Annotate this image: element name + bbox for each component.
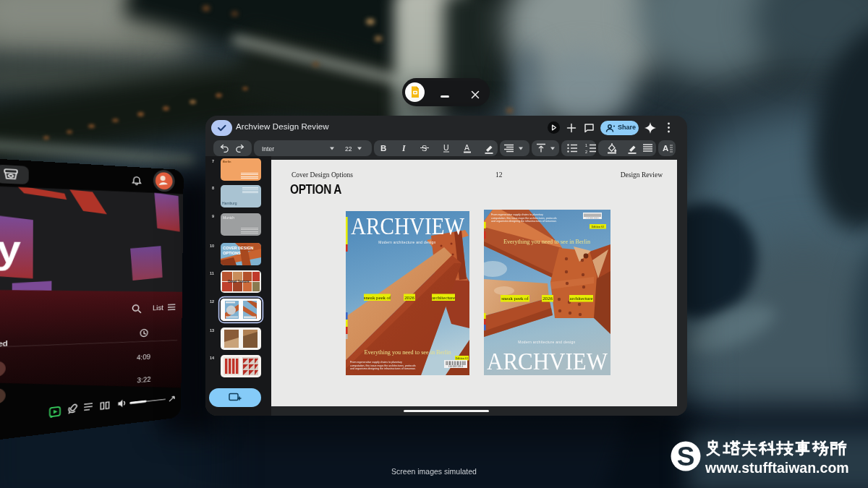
svg-text:ed: ed — [0, 339, 8, 348]
svg-text:A: A — [663, 144, 668, 153]
svg-text:COVER DESIGN: COVER DESIGN — [223, 246, 253, 250]
svg-text:and organisms designing the in: and organisms designing the infrastructu… — [491, 220, 557, 223]
svg-text:2: 2 — [585, 150, 587, 154]
svg-text:3:22: 3:22 — [137, 375, 150, 385]
svg-text:I: I — [401, 144, 406, 153]
svg-text:Everything you need to see in: Everything you need to see in Berlin — [364, 349, 451, 356]
svg-text:S: S — [677, 442, 695, 471]
svg-text:From regenerative supply chain: From regenerative supply chains to plane… — [491, 213, 543, 216]
svg-text:architecture: architecture — [432, 295, 455, 300]
svg-text:From regenerative supply chain: From regenerative supply chains to plane… — [350, 361, 402, 364]
svg-text:B: B — [380, 144, 386, 153]
svg-text:ARCHVIEW: ARCHVIEW — [351, 213, 465, 239]
svg-text:2026: 2026 — [404, 295, 414, 300]
svg-text:Everything you need to see in: Everything you need to see in Berlin — [503, 239, 590, 245]
svg-text:computation, this issue maps t: computation, this issue maps the archite… — [350, 364, 416, 367]
svg-text:22: 22 — [345, 145, 352, 153]
svg-text:computation, this issue maps t: computation, this issue maps the archite… — [491, 217, 557, 220]
svg-text:Modern architecture and design: Modern architecture and design — [378, 240, 435, 244]
svg-text:4 46 0369 1395 4: 4 46 0369 1395 4 — [448, 365, 464, 368]
svg-text:and organisms designing the in: and organisms designing the infrastructu… — [350, 367, 416, 370]
svg-text:1: 1 — [585, 143, 587, 147]
svg-text:architecture: architecture — [569, 296, 592, 301]
svg-text:A: A — [464, 143, 469, 152]
svg-text:www.stufftaiwan.com: www.stufftaiwan.com — [705, 460, 849, 476]
svg-text:Modern architecture and design: Modern architecture and design — [518, 340, 575, 344]
svg-text:ARCHVIEW: ARCHVIEW — [487, 348, 608, 374]
svg-text:4:09: 4:09 — [137, 353, 151, 362]
svg-text:4 46 0369 1395 4: 4 46 0369 1395 4 — [586, 217, 600, 219]
svg-text:Inter: Inter — [262, 145, 274, 153]
svg-text:sneak peek of: sneak peek of — [501, 296, 529, 301]
svg-text:y: y — [0, 226, 21, 270]
svg-text:Detail Texture: Detail Texture — [228, 280, 250, 283]
svg-text:OPTIONS: OPTIONS — [223, 251, 241, 255]
svg-text:U: U — [443, 143, 449, 152]
svg-text:List: List — [153, 304, 164, 312]
svg-text:Edition 02: Edition 02 — [592, 225, 605, 228]
svg-text:Edition 01: Edition 01 — [456, 356, 469, 360]
svg-text:2026: 2026 — [542, 296, 553, 301]
svg-text:sneak peek of: sneak peek of — [364, 295, 391, 300]
